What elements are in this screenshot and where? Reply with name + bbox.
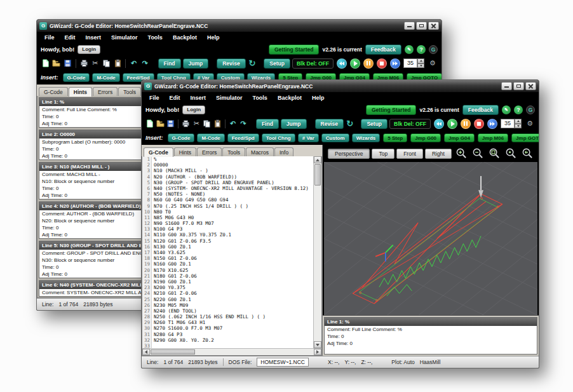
scroll-left-icon[interactable] [142,349,150,355]
jump-button-jmp-goto[interactable]: Jmp GOTO [511,133,539,142]
view-button-top[interactable]: Top [372,149,394,159]
code-line[interactable]: 31N280 G4 P3 [142,332,313,337]
code-line[interactable]: 22N190 G00 Z0.1 [142,279,313,285]
new-file-icon[interactable] [145,119,154,129]
pause-icon[interactable] [461,119,471,129]
scroll-right-icon[interactable] [314,349,321,355]
insert-button-g-code[interactable]: G-Code [168,133,195,142]
menu-file[interactable]: File [39,34,60,41]
login-button[interactable]: Login [78,45,100,54]
zoom-extents-icon[interactable] [505,147,517,159]
view-button-front[interactable]: Front [396,149,423,159]
code-line[interactable]: 3N10 (MACH3 MILL - ) [142,168,313,173]
zoom-out-icon[interactable] [472,147,484,159]
dos-file-value[interactable]: HOMESW~1.NCC [257,358,309,367]
paste-icon[interactable] [213,119,222,129]
open-file-icon[interactable] [52,58,62,69]
code-line[interactable]: 17N140 Y3.625 [142,250,313,255]
horizontal-scrollbar[interactable] [142,348,321,355]
speed-up-icon[interactable] [515,119,522,124]
redo-icon[interactable] [140,58,150,69]
menu-backplot[interactable]: Backplot [168,34,202,41]
speed-up-icon[interactable] [417,58,424,64]
tab-errors[interactable]: Errors [93,87,118,96]
view-button-right[interactable]: Right [425,149,452,159]
code-line[interactable]: 2O0000 [142,162,313,168]
maximize-icon[interactable] [513,82,524,90]
copy-icon[interactable] [203,119,211,129]
tab-tools[interactable]: Tools [222,147,245,156]
code-line[interactable]: 10N80 T0 [142,209,313,215]
rewind-icon[interactable] [434,119,444,129]
code-line[interactable]: 9N70 (.25 INCH HSS 1/4 DRILL ) ( ) [142,203,313,209]
insert-button-feed-spd[interactable]: Feed/Spd [227,133,259,142]
menu-help[interactable]: Help [307,95,330,101]
scrollbar-thumb[interactable] [314,164,321,186]
tab-info[interactable]: Info [274,147,293,156]
feedback-button[interactable]: Feedback [462,105,499,115]
save-file-icon[interactable] [166,119,175,129]
block-delete-toggle[interactable]: Blk Del: OFF [389,119,431,129]
zoom-window-icon[interactable] [489,147,501,159]
cut-icon[interactable] [192,119,201,129]
code-line[interactable]: 5N30 (GROUP - SPOT DRILL AND ENGRAVE PAN… [142,180,313,186]
close-icon[interactable] [428,22,439,30]
jump-button[interactable]: Jump [183,58,209,69]
code-line[interactable]: 33 [142,343,313,348]
jump-button-jmp-g00[interactable]: Jmp G00 [410,133,441,142]
insert-button-custom[interactable]: Custom [321,133,349,142]
vertical-scrollbar[interactable] [313,156,321,348]
backplot-viewport[interactable] [324,162,537,315]
cut-icon[interactable] [90,58,100,69]
speed-down-icon[interactable] [515,124,522,129]
code-line[interactable]: 30N270 S1600.0 F7.0 M3 M07 [142,325,313,331]
code-line[interactable]: 32N290 G00 X0. Y0. Z0.2 [142,337,313,343]
setup-button[interactable]: Setup [264,58,290,69]
tab-hints[interactable]: Hints [69,87,92,97]
speed-value[interactable]: 35 [403,58,417,68]
close-icon[interactable] [525,82,536,90]
tab-hints[interactable]: Hints [174,147,196,156]
code-line[interactable]: 21N180 G01 Z-0.06 [142,273,313,279]
gwizard-editor-window-foreground[interactable]: GWizard: G-Code Editor: HomeSwitchRearPa… [141,79,539,368]
backplot-3d-view[interactable] [324,162,537,315]
code-line[interactable]: 4N20 (AUTHOR - (BOB WARFIELD)) [142,174,313,180]
zoom-previous-icon[interactable] [522,147,534,159]
scroll-up-icon[interactable] [314,156,321,163]
scrollbar-thumb[interactable] [151,349,195,355]
menu-simulator[interactable]: Simulator [106,34,143,41]
code-line[interactable]: 15N120 G01 Z-0.06 F3.5 [142,238,313,244]
getting-started-button[interactable]: Getting Started [366,105,416,115]
tab-errors[interactable]: Errors [197,147,222,156]
code-line[interactable]: 8N60 G0 G40 G49 G50 G80 G94 [142,197,313,203]
maximize-icon[interactable] [416,22,427,30]
insert-button-g-code[interactable]: G-Code [63,73,90,82]
help-icon[interactable] [417,45,426,54]
titlebar[interactable]: GWizard: G-Code Editor: HomeSwitchRearPa… [37,20,442,32]
menu-tools[interactable]: Tools [143,34,168,41]
menu-backplot[interactable]: Backplot [273,95,307,101]
code-line[interactable]: 25N220 G00 Z0.1 [142,297,313,302]
view-button-perspective[interactable]: Perspective [328,149,370,159]
tab-g-code[interactable]: G-Code [39,87,68,96]
help-icon[interactable] [514,105,523,114]
print-icon[interactable] [182,119,190,129]
paste-icon[interactable] [113,58,123,69]
insert-button-tool-chng[interactable]: Tool Chng [262,133,295,142]
chat-icon[interactable] [502,105,511,114]
pause-icon[interactable] [363,58,374,69]
insert-button-wizards[interactable]: Wizards [352,133,381,142]
login-button[interactable]: Login [182,105,205,114]
minimize-icon[interactable] [404,22,415,30]
code-line[interactable]: 11N85 M06 G43 H0 [142,215,313,220]
tab-g-code[interactable]: G-Code [144,147,173,157]
gcode-editor[interactable]: 1%2O00003N10 (MACH3 MILL - )4N20 (AUTHOR… [142,156,322,356]
refresh-icon[interactable] [346,119,354,129]
menu-edit[interactable]: Edit [165,95,185,101]
code-line[interactable]: 19N160 G00 Z0.1 [142,261,313,267]
code-line[interactable]: 20N170 X10.625 [142,267,313,273]
jump-button[interactable]: Jump [281,119,307,129]
stop-icon[interactable] [377,58,387,69]
menu-simulator[interactable]: Simulator [211,95,248,101]
gear-icon[interactable] [428,58,438,69]
